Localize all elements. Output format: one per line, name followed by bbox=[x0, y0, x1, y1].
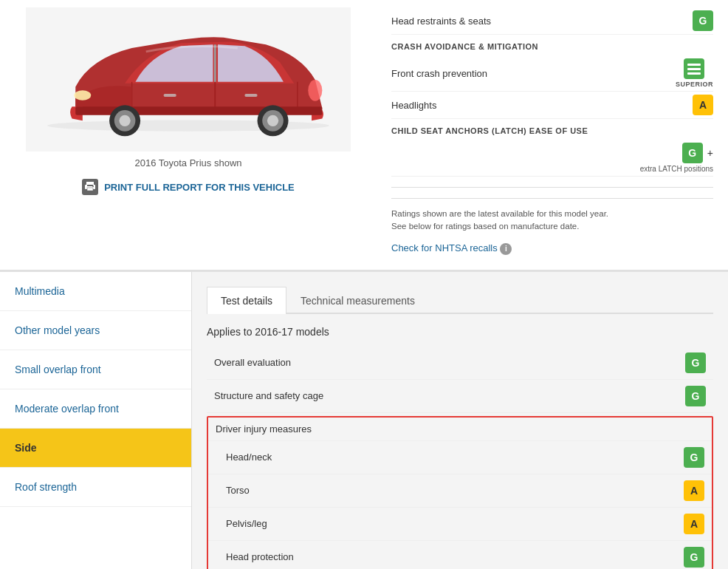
head-protection-label: Head protection bbox=[226, 551, 294, 562]
headlights-row: Headlights A bbox=[391, 92, 713, 119]
sidebar-item-small-overlap[interactable]: Small overlap front bbox=[0, 350, 191, 389]
torso-label: Torso bbox=[226, 485, 250, 496]
plus-text: + bbox=[707, 147, 713, 159]
structure-label: Structure and safety cage bbox=[214, 390, 323, 401]
head-restraints-row: Head restraints & seats G bbox=[391, 7, 713, 35]
superior-lines-icon bbox=[684, 61, 704, 78]
main-content: Test details Technical measurements Appl… bbox=[192, 272, 728, 570]
superior-icon bbox=[684, 58, 704, 79]
car-svg bbox=[33, 13, 343, 146]
superior-line-1 bbox=[687, 64, 701, 66]
driver-injury-box: Driver injury measures Head/neck G Torso… bbox=[207, 416, 713, 570]
latch-extra: extra LATCH positions bbox=[640, 165, 713, 173]
sidebar-item-other-model-years[interactable]: Other model years bbox=[0, 311, 191, 350]
svg-rect-18 bbox=[87, 185, 93, 186]
info-icon[interactable]: i bbox=[500, 243, 512, 255]
torso-row: Torso A bbox=[208, 474, 712, 508]
head-restraints-label: Head restraints & seats bbox=[391, 16, 491, 27]
head-neck-label: Head/neck bbox=[226, 452, 272, 463]
child-seat-title: CHILD SEAT ANCHORS (LATCH) EASE OF USE bbox=[391, 126, 713, 135]
car-image bbox=[26, 7, 351, 151]
svg-rect-19 bbox=[87, 188, 93, 191]
superior-line-3 bbox=[687, 72, 701, 75]
driver-injury-label: Driver injury measures bbox=[216, 423, 312, 435]
sidebar-item-multimedia[interactable]: Multimedia bbox=[0, 272, 191, 311]
car-panel: 2016 Toyota Prius shown PRINT FULL REPOR… bbox=[0, 0, 377, 270]
ratings-note-line2: See below for ratings based on manufactu… bbox=[391, 222, 579, 231]
torso-badge: A bbox=[684, 480, 704, 501]
overall-row: Overall evaluation G bbox=[207, 347, 713, 380]
nhtsa-row: Check for NHTSA recalls i bbox=[391, 242, 713, 255]
print-report-label: PRINT FULL REPORT FOR THIS VEHICLE bbox=[104, 182, 295, 193]
ratings-panel: Head restraints & seats G CRASH AVOIDANC… bbox=[377, 0, 728, 270]
overall-badge: G bbox=[685, 352, 706, 373]
tab-test-details[interactable]: Test details bbox=[207, 287, 286, 314]
svg-point-13 bbox=[308, 80, 322, 101]
sidebar-item-side[interactable]: Side bbox=[0, 429, 191, 468]
svg-point-20 bbox=[92, 185, 94, 187]
tab-technical-measurements[interactable]: Technical measurements bbox=[286, 287, 429, 314]
pelvis-leg-row: Pelvis/leg A bbox=[208, 508, 712, 541]
overall-label: Overall evaluation bbox=[214, 357, 291, 368]
latch-badge-row: G + extra LATCH positions bbox=[640, 143, 713, 173]
svg-point-12 bbox=[74, 90, 91, 100]
front-crash-label: Front crash prevention bbox=[391, 68, 487, 79]
sidebar-item-roof-strength[interactable]: Roof strength bbox=[0, 468, 191, 507]
superior-text: SUPERIOR bbox=[676, 81, 713, 88]
pelvis-leg-badge: A bbox=[684, 514, 704, 534]
nhtsa-link[interactable]: Check for NHTSA recalls bbox=[391, 242, 498, 253]
applies-text: Applies to 2016-17 models bbox=[207, 326, 713, 338]
svg-rect-14 bbox=[164, 94, 176, 97]
latch-badge: G bbox=[682, 143, 703, 163]
headlights-badge: A bbox=[693, 95, 713, 115]
svg-rect-15 bbox=[244, 94, 257, 97]
sidebar: Multimedia Other model years Small overl… bbox=[0, 272, 192, 570]
car-caption: 2016 Toyota Prius shown bbox=[134, 157, 241, 168]
front-crash-row: Front crash prevention SUPERIOR bbox=[391, 55, 713, 92]
superior-badge: SUPERIOR bbox=[676, 58, 713, 88]
tabs: Test details Technical measurements bbox=[207, 287, 713, 314]
svg-point-11 bbox=[267, 115, 278, 126]
driver-injury-section-row: Driver injury measures bbox=[208, 418, 712, 441]
head-neck-row: Head/neck G bbox=[208, 441, 712, 474]
structure-row: Structure and safety cage G bbox=[207, 380, 713, 413]
head-protection-badge: G bbox=[684, 547, 704, 568]
superior-line-2 bbox=[687, 68, 701, 70]
child-seat-row: G + extra LATCH positions bbox=[391, 140, 713, 177]
headlights-label: Headlights bbox=[391, 100, 436, 111]
bottom-section: Multimedia Other model years Small overl… bbox=[0, 272, 728, 570]
ratings-note-line1: Ratings shown are the latest available f… bbox=[391, 209, 608, 218]
head-neck-badge: G bbox=[684, 447, 704, 468]
print-icon bbox=[82, 179, 98, 195]
head-protection-row: Head protection G bbox=[208, 541, 712, 570]
crash-avoidance-title: CRASH AVOIDANCE & MITIGATION bbox=[391, 42, 713, 51]
print-report-link[interactable]: PRINT FULL REPORT FOR THIS VEHICLE bbox=[82, 179, 295, 195]
head-restraints-badge: G bbox=[693, 10, 713, 31]
sidebar-item-moderate-overlap[interactable]: Moderate overlap front bbox=[0, 389, 191, 429]
ratings-note: Ratings shown are the latest available f… bbox=[391, 198, 713, 234]
divider-1 bbox=[391, 187, 713, 188]
latch-badge-top: G + bbox=[682, 143, 713, 163]
pelvis-leg-label: Pelvis/leg bbox=[226, 518, 267, 529]
structure-badge: G bbox=[685, 386, 706, 406]
svg-point-8 bbox=[119, 115, 130, 126]
